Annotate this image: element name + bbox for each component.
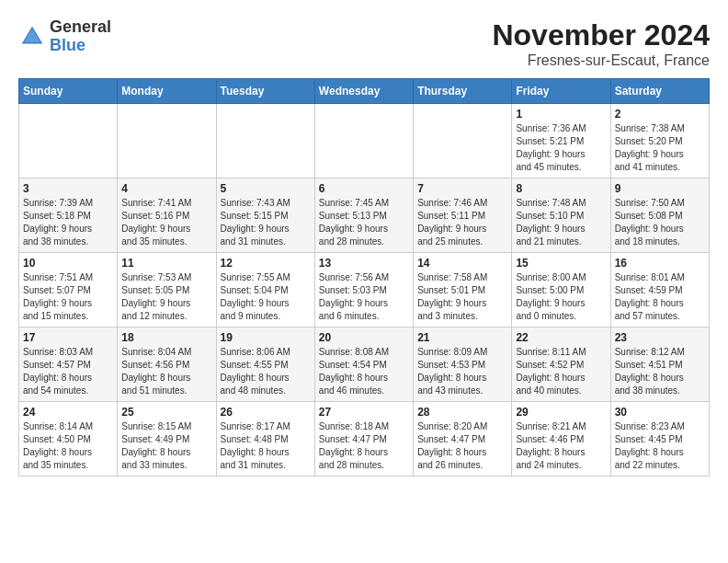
day-number: 7: [417, 182, 507, 195]
day-info: Sunrise: 8:18 AM Sunset: 4:47 PM Dayligh…: [319, 420, 409, 472]
calendar-day-cell: 7Sunrise: 7:46 AM Sunset: 5:11 PM Daylig…: [414, 178, 512, 253]
calendar-day-cell: 12Sunrise: 7:55 AM Sunset: 5:04 PM Dayli…: [216, 253, 314, 327]
calendar-header: SundayMondayTuesdayWednesdayThursdayFrid…: [19, 79, 710, 104]
calendar-day-cell: 16Sunrise: 8:01 AM Sunset: 4:59 PM Dayli…: [610, 253, 709, 327]
calendar-day-cell: 28Sunrise: 8:20 AM Sunset: 4:47 PM Dayli…: [414, 402, 512, 477]
day-number: 18: [121, 331, 211, 344]
logo: General Blue: [18, 18, 111, 55]
calendar-day-cell: 11Sunrise: 7:53 AM Sunset: 5:05 PM Dayli…: [118, 253, 216, 327]
calendar-week-row: 3Sunrise: 7:39 AM Sunset: 5:18 PM Daylig…: [19, 178, 710, 253]
calendar-day-cell: 17Sunrise: 8:03 AM Sunset: 4:57 PM Dayli…: [19, 327, 118, 402]
calendar-day-cell: 2Sunrise: 7:38 AM Sunset: 5:20 PM Daylig…: [610, 104, 709, 178]
day-header-thursday: Thursday: [414, 79, 512, 104]
day-number: 11: [121, 257, 211, 270]
calendar-day-cell: 15Sunrise: 8:00 AM Sunset: 5:00 PM Dayli…: [512, 253, 610, 327]
day-info: Sunrise: 7:36 AM Sunset: 5:21 PM Dayligh…: [516, 122, 606, 174]
day-info: Sunrise: 7:46 AM Sunset: 5:11 PM Dayligh…: [417, 197, 507, 248]
day-info: Sunrise: 8:09 AM Sunset: 4:53 PM Dayligh…: [417, 346, 507, 397]
day-number: 23: [615, 331, 705, 344]
day-number: 4: [121, 182, 211, 195]
logo-text: General Blue: [50, 18, 111, 55]
calendar-day-cell: 13Sunrise: 7:56 AM Sunset: 5:03 PM Dayli…: [314, 253, 413, 327]
calendar-day-cell: 20Sunrise: 8:08 AM Sunset: 4:54 PM Dayli…: [314, 327, 413, 402]
day-header-monday: Monday: [118, 79, 216, 104]
day-header-row: SundayMondayTuesdayWednesdayThursdayFrid…: [19, 79, 710, 104]
calendar-day-cell: 26Sunrise: 8:17 AM Sunset: 4:48 PM Dayli…: [216, 402, 314, 477]
day-number: 14: [417, 257, 507, 270]
day-number: 27: [319, 406, 409, 419]
calendar-day-cell: 27Sunrise: 8:18 AM Sunset: 4:47 PM Dayli…: [314, 402, 413, 477]
day-info: Sunrise: 8:11 AM Sunset: 4:52 PM Dayligh…: [516, 346, 606, 397]
day-info: Sunrise: 8:01 AM Sunset: 4:59 PM Dayligh…: [615, 271, 705, 323]
calendar-day-cell: 30Sunrise: 8:23 AM Sunset: 4:45 PM Dayli…: [610, 402, 709, 477]
day-number: 21: [417, 331, 507, 344]
day-number: 29: [516, 406, 606, 419]
calendar-day-cell: 25Sunrise: 8:15 AM Sunset: 4:49 PM Dayli…: [118, 402, 216, 477]
calendar-day-cell: 10Sunrise: 7:51 AM Sunset: 5:07 PM Dayli…: [19, 253, 118, 327]
day-number: 15: [516, 257, 606, 270]
location-subtitle: Fresnes-sur-Escaut, France: [492, 52, 710, 69]
calendar-day-cell: 1Sunrise: 7:36 AM Sunset: 5:21 PM Daylig…: [512, 104, 610, 178]
calendar-day-cell: 5Sunrise: 7:43 AM Sunset: 5:15 PM Daylig…: [216, 178, 314, 253]
day-number: 22: [516, 331, 606, 344]
day-info: Sunrise: 7:50 AM Sunset: 5:08 PM Dayligh…: [615, 197, 705, 248]
calendar-day-cell: 3Sunrise: 7:39 AM Sunset: 5:18 PM Daylig…: [19, 178, 118, 253]
calendar-week-row: 1Sunrise: 7:36 AM Sunset: 5:21 PM Daylig…: [19, 104, 710, 178]
calendar-day-cell: 9Sunrise: 7:50 AM Sunset: 5:08 PM Daylig…: [610, 178, 709, 253]
calendar-day-cell: [216, 104, 314, 178]
calendar-day-cell: [414, 104, 512, 178]
day-number: 10: [23, 257, 113, 270]
calendar-day-cell: 21Sunrise: 8:09 AM Sunset: 4:53 PM Dayli…: [414, 327, 512, 402]
calendar-table: SundayMondayTuesdayWednesdayThursdayFrid…: [18, 78, 710, 477]
day-info: Sunrise: 8:00 AM Sunset: 5:00 PM Dayligh…: [516, 271, 606, 323]
day-number: 1: [516, 108, 606, 121]
calendar-day-cell: 22Sunrise: 8:11 AM Sunset: 4:52 PM Dayli…: [512, 327, 610, 402]
day-info: Sunrise: 8:08 AM Sunset: 4:54 PM Dayligh…: [319, 346, 409, 397]
calendar-day-cell: [314, 104, 413, 178]
day-header-friday: Friday: [512, 79, 610, 104]
day-info: Sunrise: 7:38 AM Sunset: 5:20 PM Dayligh…: [615, 122, 705, 174]
day-info: Sunrise: 8:15 AM Sunset: 4:49 PM Dayligh…: [121, 420, 211, 472]
calendar-day-cell: 6Sunrise: 7:45 AM Sunset: 5:13 PM Daylig…: [314, 178, 413, 253]
day-info: Sunrise: 7:45 AM Sunset: 5:13 PM Dayligh…: [319, 197, 409, 248]
day-info: Sunrise: 7:51 AM Sunset: 5:07 PM Dayligh…: [23, 271, 113, 323]
day-header-wednesday: Wednesday: [314, 79, 413, 104]
calendar-week-row: 17Sunrise: 8:03 AM Sunset: 4:57 PM Dayli…: [19, 327, 710, 402]
day-header-saturday: Saturday: [610, 79, 709, 104]
calendar-day-cell: 4Sunrise: 7:41 AM Sunset: 5:16 PM Daylig…: [118, 178, 216, 253]
day-info: Sunrise: 8:20 AM Sunset: 4:47 PM Dayligh…: [417, 420, 507, 472]
day-header-sunday: Sunday: [19, 79, 118, 104]
day-number: 25: [121, 406, 211, 419]
logo-general-text: General: [50, 18, 111, 37]
header: General Blue November 2024 Fresnes-sur-E…: [18, 18, 710, 69]
calendar-day-cell: 18Sunrise: 8:04 AM Sunset: 4:56 PM Dayli…: [118, 327, 216, 402]
day-number: 17: [23, 331, 113, 344]
day-number: 16: [615, 257, 705, 270]
day-info: Sunrise: 7:56 AM Sunset: 5:03 PM Dayligh…: [319, 271, 409, 323]
calendar-day-cell: [19, 104, 118, 178]
calendar-week-row: 10Sunrise: 7:51 AM Sunset: 5:07 PM Dayli…: [19, 253, 710, 327]
day-info: Sunrise: 8:03 AM Sunset: 4:57 PM Dayligh…: [23, 346, 113, 397]
calendar-day-cell: 24Sunrise: 8:14 AM Sunset: 4:50 PM Dayli…: [19, 402, 118, 477]
calendar-day-cell: 29Sunrise: 8:21 AM Sunset: 4:46 PM Dayli…: [512, 402, 610, 477]
title-section: November 2024 Fresnes-sur-Escaut, France: [492, 18, 710, 69]
logo-blue-text: Blue: [50, 37, 111, 55]
day-info: Sunrise: 8:21 AM Sunset: 4:46 PM Dayligh…: [516, 420, 606, 472]
day-number: 20: [319, 331, 409, 344]
day-info: Sunrise: 7:39 AM Sunset: 5:18 PM Dayligh…: [23, 197, 113, 248]
day-number: 19: [221, 331, 311, 344]
day-info: Sunrise: 8:14 AM Sunset: 4:50 PM Dayligh…: [23, 420, 113, 472]
calendar-day-cell: 23Sunrise: 8:12 AM Sunset: 4:51 PM Dayli…: [610, 327, 709, 402]
logo-icon: [18, 23, 46, 51]
day-number: 2: [615, 108, 705, 121]
day-number: 24: [23, 406, 113, 419]
day-header-tuesday: Tuesday: [216, 79, 314, 104]
calendar-day-cell: [118, 104, 216, 178]
day-number: 30: [615, 406, 705, 419]
calendar-day-cell: 19Sunrise: 8:06 AM Sunset: 4:55 PM Dayli…: [216, 327, 314, 402]
calendar-body: 1Sunrise: 7:36 AM Sunset: 5:21 PM Daylig…: [19, 104, 710, 477]
day-info: Sunrise: 7:48 AM Sunset: 5:10 PM Dayligh…: [516, 197, 606, 248]
month-year-title: November 2024: [492, 18, 710, 52]
day-number: 13: [319, 257, 409, 270]
day-number: 6: [319, 182, 409, 195]
